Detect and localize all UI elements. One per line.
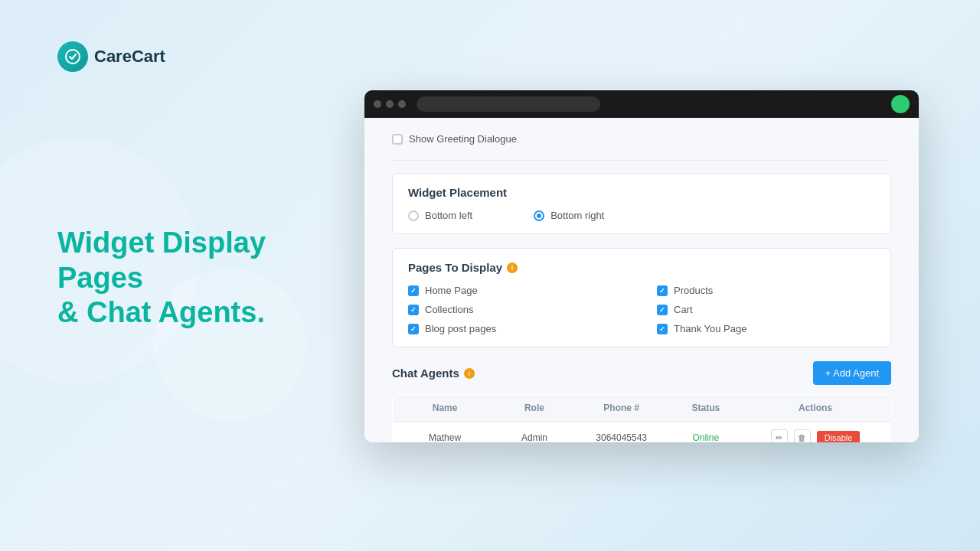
radio-bottom-right[interactable] — [534, 210, 544, 221]
agents-header: Chat Agents i + Add Agent — [392, 361, 891, 385]
placement-bottom-left[interactable]: Bottom left — [408, 210, 472, 221]
placement-title: Widget Placement — [408, 186, 875, 199]
browser-dot-yellow — [386, 100, 394, 108]
logo-text: CareCart — [94, 47, 165, 67]
disable-button-0[interactable]: Disable — [817, 431, 861, 442]
agent-role-0: Admin — [497, 422, 571, 443]
hero-title: Widget Display Pages & Chat Agents. — [57, 226, 348, 331]
action-icons-0: ✏ 🗑 Disable — [753, 429, 878, 442]
page-label-0: Home Page — [425, 285, 478, 296]
radio-bottom-left[interactable] — [408, 210, 419, 221]
page-item-2[interactable]: Collections — [408, 304, 626, 315]
svg-point-0 — [66, 50, 80, 64]
page-item-4[interactable]: Blog post pages — [408, 323, 626, 334]
page-label-2: Collections — [425, 304, 474, 315]
browser-avatar — [891, 95, 910, 113]
agents-title: Chat Agents i — [392, 367, 475, 380]
page-label-1: Products — [674, 285, 713, 296]
page-checkbox-1[interactable] — [657, 285, 668, 296]
table-header-row: Name Role Phone # Status Actions — [393, 395, 891, 422]
browser-dot-red — [374, 100, 381, 108]
page-checkbox-3[interactable] — [657, 305, 668, 315]
page-item-0[interactable]: Home Page — [408, 285, 626, 296]
agents-table: Name Role Phone # Status Actions Mathew … — [392, 394, 891, 442]
agent-phone-0: 3064045543 — [572, 422, 671, 443]
table-row: Mathew Admin 3064045543 Online ✏ 🗑 Disab… — [393, 422, 891, 443]
page-item-3[interactable]: Cart — [657, 304, 875, 315]
edit-icon-0[interactable]: ✏ — [771, 429, 788, 442]
divider-1 — [392, 160, 891, 161]
placement-bottom-left-label: Bottom left — [425, 210, 472, 221]
placement-options: Bottom left Bottom right — [408, 210, 875, 221]
browser-content: Show Greeting Dialogue Widget Placement … — [364, 118, 919, 442]
page-checkbox-4[interactable] — [408, 324, 419, 334]
page-checkbox-5[interactable] — [657, 324, 668, 334]
pages-info-icon: i — [507, 262, 518, 273]
col-header-status: Status — [671, 395, 740, 422]
placement-section: Widget Placement Bottom left Bottom righ… — [392, 173, 891, 234]
chat-agents-section: Chat Agents i + Add Agent Name Role Phon… — [392, 361, 891, 442]
agent-actions-0: ✏ 🗑 Disable — [740, 422, 890, 443]
page-checkbox-2[interactable] — [408, 305, 419, 315]
greeting-label: Show Greeting Dialogue — [409, 133, 517, 145]
placement-bottom-right[interactable]: Bottom right — [534, 210, 604, 221]
browser-url-bar — [416, 96, 600, 112]
agents-info-icon: i — [464, 368, 475, 379]
hero-text: Widget Display Pages & Chat Agents. — [57, 226, 348, 331]
pages-section: Pages To Display i Home Page Products Co… — [392, 248, 891, 347]
page-item-5[interactable]: Thank You Page — [657, 323, 875, 334]
page-label-4: Blog post pages — [425, 323, 496, 334]
pages-title: Pages To Display i — [408, 261, 875, 274]
page-checkbox-0[interactable] — [408, 285, 419, 296]
add-agent-button[interactable]: + Add Agent — [813, 361, 891, 385]
page-label-3: Cart — [674, 304, 693, 315]
col-header-name: Name — [393, 395, 498, 422]
col-header-phone: Phone # — [572, 395, 671, 422]
browser-dot-green — [398, 100, 406, 108]
browser-window: Show Greeting Dialogue Widget Placement … — [364, 90, 919, 442]
placement-bottom-right-label: Bottom right — [550, 210, 604, 221]
col-header-role: Role — [497, 395, 571, 422]
delete-icon-0[interactable]: 🗑 — [794, 429, 811, 442]
page-item-1[interactable]: Products — [657, 285, 875, 296]
greeting-row[interactable]: Show Greeting Dialogue — [392, 133, 891, 145]
logo-icon — [57, 41, 88, 72]
browser-bar — [364, 90, 919, 118]
agent-status-0: Online — [671, 422, 740, 443]
agent-name-0: Mathew — [393, 422, 498, 443]
page-label-5: Thank You Page — [674, 323, 746, 334]
logo-area: CareCart — [57, 41, 165, 72]
col-header-actions: Actions — [740, 395, 890, 422]
greeting-checkbox[interactable] — [392, 134, 403, 145]
pages-grid: Home Page Products Collections Cart Blog… — [408, 285, 875, 334]
